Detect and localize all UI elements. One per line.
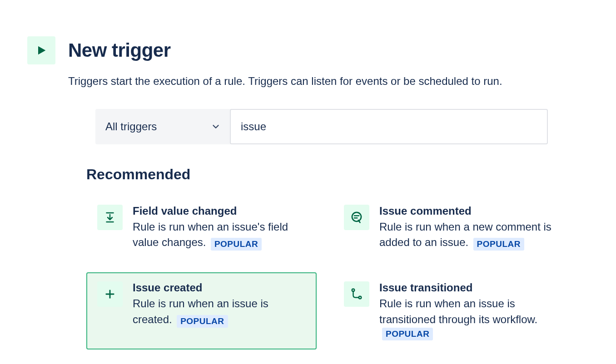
- trigger-card-issue-created[interactable]: Issue created Rule is run when an issue …: [86, 272, 317, 349]
- card-title: Field value changed: [133, 205, 306, 217]
- plus-icon: [97, 281, 123, 307]
- popular-badge: POPULAR: [473, 238, 524, 251]
- card-title: Issue transitioned: [379, 281, 552, 294]
- popular-badge: POPULAR: [382, 328, 433, 340]
- chevron-down-icon: [211, 122, 221, 132]
- trigger-card-issue-transitioned[interactable]: Issue transitioned Rule is run when an i…: [333, 272, 563, 349]
- comment-icon: [344, 205, 369, 230]
- svg-point-9: [359, 296, 362, 299]
- dropdown-label: All triggers: [105, 120, 157, 133]
- search-input[interactable]: [230, 109, 548, 144]
- page-subtitle: Triggers start the execution of a rule. …: [68, 74, 563, 89]
- download-field-icon: [97, 205, 123, 230]
- popular-badge: POPULAR: [177, 315, 228, 328]
- page-title: New trigger: [68, 39, 171, 61]
- trigger-card-field-value-changed[interactable]: Field value changed Rule is run when an …: [86, 196, 317, 260]
- trigger-card-issue-commented[interactable]: Issue commented Rule is run when a new c…: [333, 196, 563, 260]
- card-desc: Rule is run when a new comment is added …: [379, 221, 551, 249]
- trigger-category-dropdown[interactable]: All triggers: [95, 109, 231, 144]
- transition-icon: [344, 281, 369, 307]
- card-title: Issue commented: [379, 205, 552, 217]
- popular-badge: POPULAR: [211, 238, 262, 251]
- play-icon: [27, 36, 55, 64]
- section-heading: Recommended: [86, 166, 563, 183]
- card-desc: Rule is run when an issue is transitione…: [379, 297, 537, 325]
- svg-point-3: [352, 212, 361, 221]
- card-title: Issue created: [133, 281, 306, 294]
